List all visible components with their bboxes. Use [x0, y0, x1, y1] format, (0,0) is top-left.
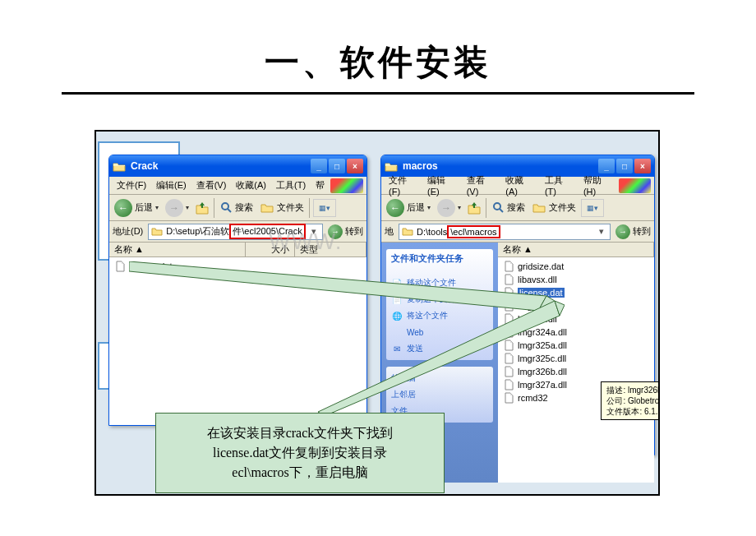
- list-item[interactable]: gridsize.dat: [503, 260, 649, 273]
- svg-rect-0: [201, 205, 203, 208]
- task-item[interactable]: 上邻居: [391, 386, 488, 403]
- maximize-icon[interactable]: □: [616, 159, 633, 173]
- folders-button[interactable]: 文件夹: [530, 200, 578, 215]
- menu-file[interactable]: 文件(F): [113, 178, 150, 193]
- folders-button[interactable]: 文件夹: [258, 200, 306, 215]
- list-item[interactable]: libavsx.dll: [503, 273, 649, 286]
- file-icon: [503, 300, 514, 312]
- task-item[interactable]: 的电脑: [391, 370, 488, 386]
- list-item[interactable]: license.dat: [503, 286, 649, 299]
- menu-view[interactable]: 查看(V): [192, 178, 231, 193]
- callout-annotation: 在该安装目录crack文件夹下找到 license.dat文件复制到安装目录 e…: [155, 413, 445, 493]
- task-item-publish[interactable]: 🌐将这个文件: [391, 307, 488, 324]
- addressbar: 地址(D) D:\setup\石油软件\ecl2005\Crack ▾ →转到: [109, 221, 366, 243]
- menu-view[interactable]: 查看(V): [463, 173, 500, 198]
- forward-button[interactable]: → ▾: [164, 197, 191, 219]
- callout-line: 在该安装目录crack文件夹下找到: [207, 423, 394, 443]
- file-icon: [503, 379, 514, 390]
- address-text-prefix: D:\setup\石油软: [166, 225, 229, 238]
- menu-favorites[interactable]: 收藏(A): [501, 173, 539, 198]
- task-label: 移动这个文件: [407, 277, 456, 289]
- forward-button[interactable]: → ▾: [436, 197, 463, 219]
- file-name: license.dat: [129, 261, 173, 271]
- chevron-down-icon[interactable]: ▾: [308, 226, 320, 237]
- back-button[interactable]: ←后退 ▾: [385, 197, 432, 219]
- back-button[interactable]: ←后退 ▾: [113, 197, 160, 219]
- search-button[interactable]: 搜索: [218, 200, 255, 216]
- folder-icon: [402, 227, 413, 237]
- search-button[interactable]: 搜索: [490, 200, 527, 216]
- file-name: libavsx.dll: [518, 275, 557, 284]
- menu-edit[interactable]: 编辑(E): [152, 178, 191, 193]
- folders-label: 文件夹: [549, 201, 576, 214]
- menu-tools[interactable]: 工具(T): [272, 178, 310, 193]
- list-item[interactable]: lmgr8b.dll: [503, 312, 649, 326]
- close-icon[interactable]: ×: [634, 159, 651, 173]
- list-item[interactable]: lmgr326b.dll: [503, 365, 649, 378]
- back-icon: ←: [114, 199, 132, 217]
- task-item-move[interactable]: 📄移动这个文件: [391, 275, 488, 291]
- views-icon[interactable]: ▦▾: [581, 199, 604, 217]
- maximize-icon[interactable]: □: [329, 159, 345, 173]
- callout-line: ecl\macros下，重启电脑: [232, 463, 367, 483]
- file-name: lmgr8a.dll: [518, 301, 557, 311]
- file-name: rcmd32: [518, 393, 548, 403]
- back-label: 后退: [135, 201, 153, 214]
- list-item[interactable]: lmgr8a.dll: [503, 299, 649, 312]
- task-item-copy[interactable]: 📄复制这个文件: [391, 291, 488, 307]
- task-item-web[interactable]: Web: [391, 324, 488, 340]
- menu-tools[interactable]: 工具(T): [541, 173, 578, 198]
- folder-icon: [151, 227, 163, 237]
- menu-edit[interactable]: 编辑(E): [423, 173, 461, 198]
- file-icon: [114, 261, 126, 272]
- file-icon: [503, 261, 514, 272]
- up-folder-icon[interactable]: [466, 200, 482, 216]
- list-item[interactable]: lmgr325a.dll: [503, 339, 649, 352]
- search-icon: [219, 201, 233, 215]
- page-title: 一、软件安装: [0, 39, 756, 85]
- folders-label: 文件夹: [277, 201, 304, 214]
- address-field[interactable]: D:\tools\ecl\macros ▾: [399, 224, 611, 240]
- column-name[interactable]: 名称 ▲: [498, 243, 654, 256]
- web-icon: 🌐: [391, 310, 403, 321]
- menubar: 文件(F) 编辑(E) 查看(V) 收藏(A) 工具(T) 帮助(H): [381, 177, 654, 195]
- task-label: Web: [407, 328, 423, 337]
- windows-logo-icon: [330, 178, 363, 193]
- go-button[interactable]: →转到: [328, 224, 363, 239]
- titlebar[interactable]: Crack _ □ ×: [109, 155, 366, 177]
- task-item-send[interactable]: ✉发送: [391, 340, 488, 357]
- file-name: lmgr325c.dll: [518, 353, 566, 363]
- svg-line-2: [228, 209, 231, 212]
- folder-icon: [532, 201, 546, 214]
- views-icon[interactable]: ▦▾: [313, 199, 336, 217]
- separator: [214, 198, 214, 218]
- menu-help[interactable]: 帮助(H): [579, 173, 617, 198]
- chevron-down-icon: ▾: [427, 204, 431, 211]
- mail-icon: ✉: [391, 343, 403, 354]
- go-label: 转到: [633, 225, 651, 238]
- menu-help[interactable]: 帮: [311, 178, 329, 193]
- column-type[interactable]: 类型: [295, 243, 366, 256]
- minimize-icon[interactable]: _: [598, 159, 615, 173]
- go-button[interactable]: →转到: [615, 224, 651, 239]
- close-icon[interactable]: ×: [347, 159, 363, 173]
- list-item[interactable]: lmgr324a.dll: [503, 326, 649, 339]
- task-group-header[interactable]: 文件和文件夹任务: [391, 252, 488, 265]
- title-underline: [62, 92, 694, 95]
- address-highlight: \ecl\macros: [447, 225, 500, 238]
- minimize-icon[interactable]: _: [311, 159, 327, 173]
- column-name[interactable]: 名称 ▲: [109, 243, 246, 256]
- window-buttons: _ □ ×: [311, 159, 363, 173]
- tooltip-line: 文件版本: 6.1.0.101: [606, 406, 660, 417]
- list-item[interactable]: lmgr325c.dll: [503, 352, 649, 365]
- address-field[interactable]: D:\setup\石油软件\ecl2005\Crack ▾: [148, 224, 323, 240]
- menu-file[interactable]: 文件(F): [385, 173, 422, 198]
- menu-favorites[interactable]: 收藏(A): [232, 178, 270, 193]
- back-icon: ←: [386, 199, 404, 217]
- column-size[interactable]: 大小: [246, 243, 295, 256]
- file-icon: [503, 392, 514, 404]
- chevron-down-icon[interactable]: ▾: [596, 226, 607, 237]
- up-folder-icon[interactable]: [194, 200, 210, 216]
- svg-rect-3: [473, 205, 475, 208]
- list-item[interactable]: license.dat: [114, 260, 362, 273]
